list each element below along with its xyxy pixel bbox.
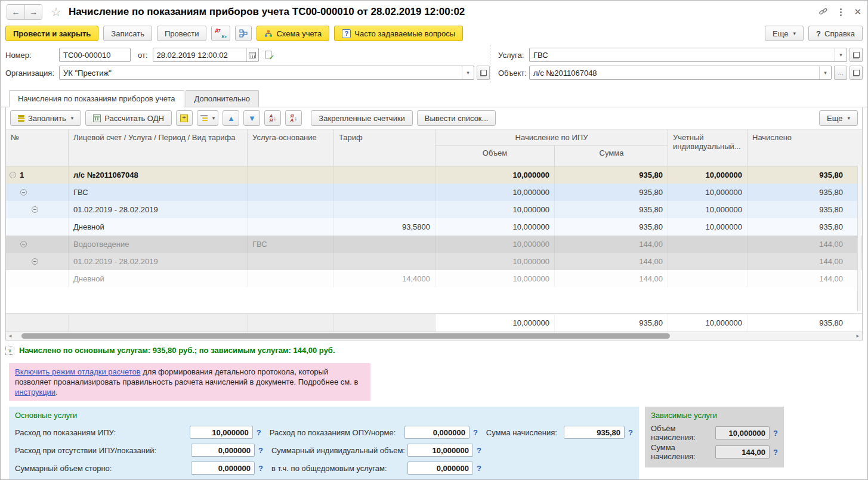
dependent-volume-value[interactable]: 10,000000 (715, 426, 770, 439)
sort-asc-button[interactable]: АЯ ↓ (264, 110, 281, 126)
grid-more-button[interactable]: Еще▾ (819, 110, 858, 126)
table-row[interactable]: Водоотведение ГВС 10,000000 144,00 144,0… (6, 236, 862, 253)
help-icon[interactable]: ? (773, 429, 778, 438)
ipu-consumption-value[interactable]: 10,000000 (190, 426, 253, 439)
col-accrued[interactable]: Начислено (747, 129, 862, 166)
post-and-close-button[interactable]: Провести и закрыть (5, 26, 98, 41)
organization-combobox[interactable]: УК "Престиж" ▾ (59, 66, 474, 80)
col-service-base[interactable]: Услуга-основание (248, 129, 334, 166)
enable-debug-link[interactable]: Включить режим отладки расчетов (15, 367, 141, 376)
expand-all-button[interactable] (176, 110, 193, 126)
accrual-sum-value[interactable]: 935,80 (564, 426, 625, 439)
vertical-scrollbar[interactable] (857, 165, 861, 311)
horizontal-scrollbar[interactable]: ◄ ► (6, 332, 862, 340)
total-individual-volume-value[interactable]: 10,000000 (407, 444, 473, 457)
move-down-button[interactable]: ▼ (243, 110, 260, 126)
dependent-sum-value[interactable]: 144,00 (715, 445, 770, 459)
totals-accounted: 10,000000 (668, 314, 747, 332)
structure-icon (239, 29, 248, 38)
help-icon[interactable]: ? (257, 428, 261, 437)
object-combobox[interactable]: л/с №2011067048 ▾ (529, 66, 832, 80)
service-combobox[interactable]: ГВС ▾ (529, 48, 847, 62)
calculator-icon (93, 114, 101, 122)
output-list-button[interactable]: Вывести список... (417, 110, 496, 126)
more-menu-icon[interactable] (839, 7, 843, 17)
opu-consumption-value[interactable]: 0,000000 (404, 426, 469, 439)
scroll-right-icon[interactable]: ► (855, 333, 861, 339)
table-row[interactable]: ГВС 10,000000 935,80 10,000000 935,80 (6, 184, 862, 201)
collapse-node-icon[interactable] (20, 241, 27, 247)
post-button[interactable]: Провести (157, 26, 207, 41)
storno-volume-value[interactable]: 0,000000 (191, 462, 255, 475)
tab-additional[interactable]: Дополнительно (186, 90, 260, 107)
table-row[interactable]: 01.02.2019 - 28.02.2019 10,000000 935,80… (6, 201, 862, 218)
date-input[interactable]: 28.02.2019 12:00:02 (153, 48, 259, 62)
table-row[interactable]: 1 л/с №2011067048 10,000000 935,80 10,00… (6, 166, 862, 184)
collapse-node-icon[interactable] (32, 206, 38, 213)
col-tariff[interactable]: Тариф (334, 129, 435, 166)
favorite-star-icon[interactable]: ☆ (51, 5, 61, 19)
organization-label: Организация: (5, 69, 59, 78)
calendar-icon[interactable] (246, 48, 258, 61)
help-icon[interactable]: ? (258, 446, 263, 455)
accounting-scheme-button[interactable]: Схема учета (257, 26, 329, 41)
tree-levels-icon (200, 115, 208, 121)
col-volume[interactable]: Объем (435, 145, 555, 166)
help-icon[interactable]: ? (477, 446, 481, 455)
number-input[interactable]: ТС00-000010 (59, 48, 131, 62)
collapse-section-icon[interactable]: ∨ (5, 346, 14, 355)
help-icon[interactable]: ? (773, 448, 778, 457)
help-icon[interactable]: ? (258, 464, 263, 473)
table-row[interactable]: 01.02.2019 - 28.02.2019 10,000000 144,00… (6, 253, 862, 270)
tab-strip: Начисления по показаниям приборов учета … (1, 86, 867, 107)
chevron-down-icon: ▾ (71, 115, 74, 121)
more-button[interactable]: Еще▾ (765, 26, 804, 41)
fill-button[interactable]: Заполнить▾ (10, 110, 81, 126)
tab-accruals[interactable]: Начисления по показаниям приборов учета (9, 90, 184, 107)
object-choose-button[interactable]: ... (834, 66, 847, 80)
help-icon[interactable]: ? (473, 428, 478, 437)
collapse-node-icon[interactable] (10, 172, 16, 178)
help-icon[interactable]: ? (477, 464, 481, 473)
back-button[interactable]: ← (7, 5, 24, 19)
column-splitter[interactable] (490, 45, 490, 83)
calc-odn-button[interactable]: Рассчитать ОДН (85, 110, 171, 126)
faq-button[interactable]: ? Часто задаваемые вопросы (334, 26, 463, 41)
close-icon[interactable]: ✕ (854, 7, 861, 17)
collapse-node-icon[interactable] (20, 189, 27, 196)
scrollbar-thumb[interactable] (21, 333, 669, 339)
no-ipu-consumption-value[interactable]: 0,000000 (191, 444, 255, 457)
pinned-meters-button[interactable]: Закрепленные счетчики (311, 110, 413, 126)
forward-button[interactable]: → (24, 5, 42, 19)
sort-desc-button[interactable]: ЯА ↓ (285, 110, 302, 126)
save-button[interactable]: Записать (103, 26, 152, 41)
common-house-volume-value[interactable]: 0,000000 (407, 462, 473, 475)
totals-accrued: 935,80 (747, 314, 862, 332)
dropdown-icon[interactable]: ▾ (819, 66, 831, 79)
help-button[interactable]: ?Справка (808, 26, 863, 41)
scroll-left-icon[interactable]: ◄ (7, 333, 13, 339)
table-empty-space (6, 287, 862, 314)
table-row[interactable]: Дневной 93,5800 10,000000 935,80 10,0000… (6, 218, 862, 236)
col-account[interactable]: Лицевой счет / Услуга / Период / Вид тар… (69, 129, 248, 166)
col-ipu-title[interactable]: Начисление по ИПУ (435, 129, 668, 145)
object-open-button[interactable] (850, 66, 863, 80)
dropdown-icon[interactable]: ▾ (835, 48, 847, 61)
col-num[interactable]: № (6, 129, 69, 166)
tree-levels-button[interactable]: ▾ (197, 110, 219, 126)
col-sum[interactable]: Сумма (555, 145, 668, 166)
document-structure-button[interactable] (235, 26, 252, 41)
get-link-icon[interactable] (818, 7, 828, 17)
dtkt-postings-button[interactable]: ДтКт (211, 26, 230, 41)
organization-open-button[interactable] (477, 66, 490, 80)
help-icon[interactable]: ? (628, 428, 633, 437)
instruction-link[interactable]: инструкции (15, 388, 55, 397)
dropdown-icon[interactable]: ▾ (462, 66, 474, 79)
totals-sum: 935,80 (555, 314, 668, 332)
col-accounted[interactable]: Учетный индивидуальный... (668, 129, 747, 166)
collapse-node-icon[interactable] (32, 258, 38, 265)
service-open-button[interactable] (850, 48, 863, 62)
move-up-button[interactable]: ▲ (223, 110, 239, 126)
table-row[interactable]: Дневной 14,4000 10,000000 144,00 144,00 (6, 270, 862, 287)
chevron-down-icon: ▾ (847, 115, 850, 121)
